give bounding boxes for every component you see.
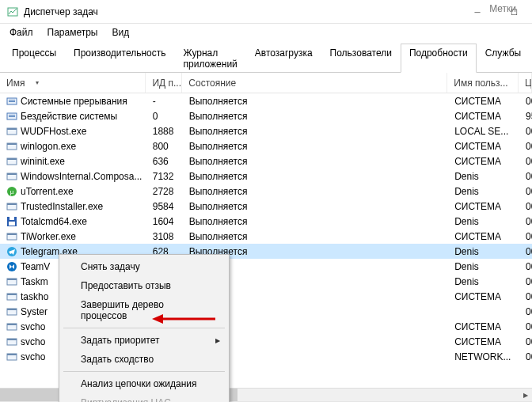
submenu-arrow-icon: ▶ — [215, 337, 220, 344]
context-item[interactable]: Анализ цепочки ожидания — [62, 374, 226, 393]
col-user[interactable]: Имя польз... — [447, 73, 519, 93]
cell-user: NETWORK... — [448, 351, 519, 362]
cell-state: Выполняется — [183, 186, 448, 197]
table-header: Имя ▾ ИД п... Состояние Имя польз... Ц — [0, 73, 532, 93]
table-row[interactable]: Бездействие системы0ВыполняетсяСИСТЕМА95 — [0, 108, 532, 123]
svg-rect-3 — [9, 101, 15, 102]
process-icon — [6, 156, 17, 167]
cell-state: Выполняется — [183, 141, 448, 152]
process-icon — [6, 216, 17, 227]
cell-user: СИСТЕМА — [448, 111, 519, 122]
process-icon — [6, 261, 17, 272]
table-row[interactable]: TrustedInstaller.exe9584ВыполняетсяСИСТЕ… — [0, 199, 532, 214]
svg-rect-23 — [7, 233, 17, 235]
cell-user: СИСТЕМА — [448, 96, 519, 107]
svg-rect-36 — [7, 324, 17, 325]
context-item[interactable]: Завершить дерево процессов — [62, 295, 226, 325]
tab-performance[interactable]: Производительность — [65, 44, 174, 73]
cell-cpu: 00 — [519, 291, 532, 302]
table-row[interactable]: winlogon.exe800ВыполняетсяСИСТЕМА00 — [0, 138, 532, 154]
cell-user: Denis — [448, 216, 519, 227]
window-title: Диспетчер задач — [24, 6, 98, 17]
cell-user: СИСТЕМА — [448, 141, 519, 152]
svg-rect-14 — [7, 173, 17, 175]
cell-cpu: 00 — [519, 96, 532, 107]
tab-details[interactable]: Подробности — [401, 44, 477, 73]
menu-options[interactable]: Параметры — [41, 25, 104, 40]
process-name: Бездействие системы — [21, 111, 117, 122]
context-item[interactable]: Задать приоритет▶ — [62, 331, 226, 350]
col-cpu[interactable]: Ц — [519, 73, 532, 93]
cell-name: µuTorrent.exe — [0, 186, 146, 197]
menu-view[interactable]: Вид — [105, 25, 135, 40]
maximize-button[interactable]: ☐ — [496, 0, 532, 24]
tab-startup[interactable]: Автозагрузка — [246, 44, 321, 73]
cell-pid: 800 — [146, 141, 183, 152]
table-row[interactable]: WUDFHost.exe1888ВыполняетсяLOCAL SE...00 — [0, 123, 532, 138]
menu-file[interactable]: Файл — [3, 25, 40, 40]
context-item[interactable]: Задать сходство — [62, 350, 226, 369]
cell-state: Выполняется — [183, 111, 448, 122]
col-state[interactable]: Состояние — [182, 73, 447, 93]
process-icon — [6, 276, 17, 287]
table-row[interactable]: µuTorrent.exe2728ВыполняетсяDenis00 — [0, 184, 532, 199]
table-row[interactable]: TiWorker.exe3108ВыполняетсяСИСТЕМА00 — [0, 229, 532, 244]
context-item[interactable]: Предоставить отзыв — [62, 276, 226, 295]
cell-pid: 636 — [146, 156, 183, 167]
col-name[interactable]: Имя ▾ — [0, 73, 146, 93]
svg-text:µ: µ — [10, 188, 14, 195]
cell-name: TiWorker.exe — [0, 231, 146, 242]
cell-user: LOCAL SE... — [448, 126, 519, 137]
cell-user: СИСТЕМА — [448, 336, 519, 347]
cell-name: Totalcmd64.exe — [0, 216, 146, 227]
process-icon — [6, 231, 17, 242]
process-name: Системные прерывания — [21, 96, 127, 107]
process-icon — [6, 141, 17, 152]
cell-name: Бездействие системы — [0, 111, 146, 122]
svg-rect-6 — [9, 116, 15, 117]
tab-processes[interactable]: Процессы — [3, 44, 65, 73]
context-item[interactable]: Снять задачу — [62, 257, 226, 276]
process-icon: µ — [6, 186, 17, 197]
process-name: TiWorker.exe — [21, 231, 76, 242]
cell-user: СИСТЕМА — [448, 156, 519, 167]
cell-state: Выполняется — [183, 201, 448, 212]
cell-user: СИСТЕМА — [448, 201, 519, 212]
window-controls: ─ ☐ — [459, 0, 532, 24]
cell-name: TrustedInstaller.exe — [0, 201, 146, 212]
cell-cpu: 00 — [519, 171, 532, 182]
col-pid[interactable]: ИД п... — [146, 73, 182, 93]
cell-user: Denis — [448, 186, 519, 197]
process-name: taskho — [21, 291, 48, 302]
tab-services[interactable]: Службы — [477, 44, 530, 73]
table-row[interactable]: wininit.exe636ВыполняетсяСИСТЕМА00 — [0, 154, 532, 169]
cell-pid: - — [146, 96, 183, 107]
col-name-label: Имя — [6, 78, 25, 89]
scroll-right-icon[interactable]: ▶ — [519, 389, 532, 402]
minimize-button[interactable]: ─ — [459, 0, 496, 24]
table-row[interactable]: Системные прерывания-ВыполняетсяСИСТЕМА0… — [0, 93, 532, 108]
cell-cpu: 00 — [519, 216, 532, 227]
svg-rect-18 — [7, 203, 17, 205]
svg-rect-21 — [9, 222, 15, 226]
cell-state: Выполняется — [183, 231, 448, 242]
cell-pid: 0 — [146, 111, 183, 122]
cell-cpu: 00 — [519, 246, 532, 257]
table-row[interactable]: WindowsInternal.Composa...7132Выполняетс… — [0, 169, 532, 184]
table-row[interactable]: Totalcmd64.exe1604ВыполняетсяDenis00 — [0, 214, 532, 229]
cell-state: Выполняется — [183, 96, 448, 107]
cell-user: Denis — [448, 246, 519, 257]
cell-pid: 1888 — [146, 126, 183, 137]
cell-state: Выполняется — [183, 156, 448, 167]
process-name: svcho — [21, 336, 45, 347]
menubar: Файл Параметры Вид — [0, 24, 532, 41]
context-menu: Снять задачуПредоставить отзывЗавершить … — [59, 254, 230, 402]
tab-users[interactable]: Пользователи — [321, 44, 401, 73]
process-name: WindowsInternal.Composa... — [21, 171, 142, 182]
process-name: Totalcmd64.exe — [21, 216, 87, 227]
process-icon — [6, 351, 17, 362]
cell-name: wininit.exe — [0, 156, 146, 167]
cell-cpu: 00 — [519, 231, 532, 242]
tabstrip: Процессы Производительность Журнал прило… — [0, 43, 532, 73]
tab-app-history[interactable]: Журнал приложений — [175, 44, 246, 73]
